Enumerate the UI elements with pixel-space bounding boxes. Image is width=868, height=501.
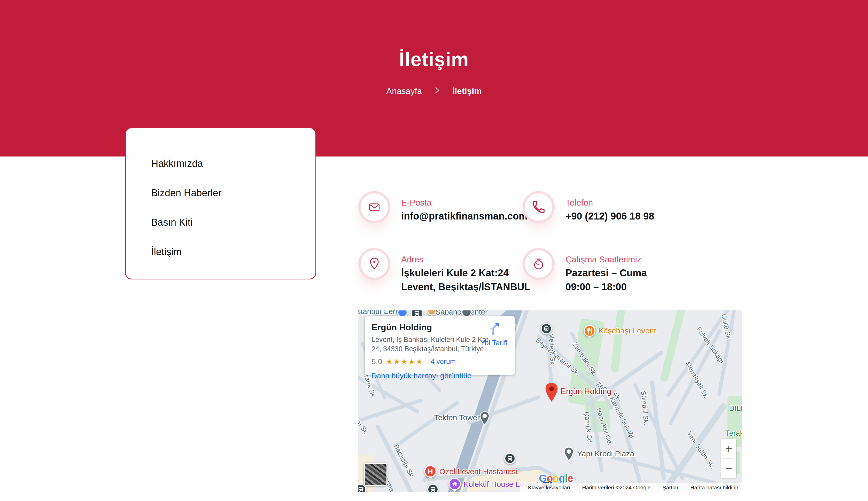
directions-button[interactable]: Yol Tarifi xyxy=(477,323,511,347)
marker-pointer xyxy=(452,489,457,492)
breadcrumb: Anasayfa İletişim xyxy=(0,86,868,96)
google-map-embed[interactable]: Meltem Sk. Beyaz Karanfil Sk. Zambaklı S… xyxy=(358,310,742,492)
keyboard-shortcuts-link[interactable]: Klavye kısayolları xyxy=(528,484,570,491)
sidebar-item-iletisim[interactable]: İletişim xyxy=(151,246,315,257)
sidebar-item-basin-kiti[interactable]: Basın Kiti xyxy=(151,217,315,228)
email-label: E-Posta xyxy=(401,198,528,207)
map-info-card: Ergün Holding Levent, İş Bankası Kuleler… xyxy=(365,316,515,375)
address-line2: Levent, Beşiktaş/İSTANBUL xyxy=(401,281,530,294)
poi-label-ozel-levent-hastanesi[interactable]: Özel Levent Hastanesi xyxy=(440,467,517,476)
contact-phone-block: Telefon +90 (212) 906 18 98 xyxy=(522,191,654,223)
poi-dot-icon[interactable] xyxy=(427,310,437,316)
marker-pointer xyxy=(428,477,433,479)
stopwatch-icon xyxy=(522,248,555,280)
hospital-icon[interactable]: H xyxy=(424,465,437,478)
poi-label-tekfen-tower[interactable]: Tekfen Tower xyxy=(434,413,477,422)
terms-link[interactable]: Şartlar xyxy=(663,484,679,491)
reviews-link[interactable]: 4 yorum xyxy=(431,358,456,366)
poi-label-terakki: Terakki xyxy=(726,429,742,437)
contact-email-block: E-Posta info@pratikfinansman.com xyxy=(358,191,528,223)
map-attribution-bar: Klavye kısayolları Harita verileri ©2024… xyxy=(520,483,742,492)
google-logo[interactable]: Google xyxy=(539,472,573,484)
mail-icon xyxy=(358,191,390,223)
map-zoom-control: + − xyxy=(721,439,736,478)
ergun-holding-pin-icon[interactable] xyxy=(544,382,559,404)
tekfen-tower-pin-icon[interactable] xyxy=(479,411,490,427)
zoom-out-button[interactable]: − xyxy=(721,459,736,478)
breadcrumb-current: İletişim xyxy=(452,86,482,96)
restaurant-icon[interactable] xyxy=(584,325,595,337)
directions-label: Yol Tarifi xyxy=(480,339,507,347)
sidebar-item-bizden-haberler[interactable]: Bizden Haberler xyxy=(151,188,315,198)
larger-map-link[interactable]: Daha büyük haritayı görüntüle xyxy=(371,372,508,380)
address-label: Adres xyxy=(401,255,530,265)
report-map-error-link[interactable]: Harita hatası bildirin xyxy=(690,484,738,491)
satellite-view-toggle[interactable] xyxy=(364,463,388,486)
breadcrumb-home-link[interactable]: Anasayfa xyxy=(386,86,422,96)
phone-label: Telefon xyxy=(565,198,654,207)
poi-label-dilek-sabanci-parki: DILEK SABANCI PARKI xyxy=(729,404,742,413)
zoom-in-button[interactable]: + xyxy=(721,439,736,458)
rating-stars: ★★★★★ xyxy=(386,357,423,366)
map-card-rating-row: 5,0 ★★★★★ 4 yorum xyxy=(371,357,508,366)
contact-hours-block: Çalışma Saatlerimiz Pazartesi – Cuma 09:… xyxy=(522,248,647,294)
phone-value[interactable]: +90 (212) 906 18 98 xyxy=(565,210,654,223)
directions-icon xyxy=(488,323,500,337)
bus-stop-icon[interactable] xyxy=(541,323,552,334)
street-label: Menekşeli Sk. xyxy=(684,360,711,401)
phone-icon xyxy=(522,191,555,223)
yapi-kredi-plaza-pin-icon[interactable] xyxy=(563,447,574,463)
contact-address-block: Adres İşkuleleri Kule 2 Kat:24 Levent, B… xyxy=(358,248,530,294)
bus-stop-icon[interactable] xyxy=(427,484,439,492)
map-park-patch xyxy=(611,310,625,373)
bus-stop-icon[interactable] xyxy=(504,453,516,464)
rating-value: 5,0 xyxy=(371,357,382,366)
poi-label-kosebasi-levent[interactable]: Köşebaşı Levent xyxy=(598,327,656,335)
street-label: Karanfil Sokağı xyxy=(608,396,636,439)
building-icon[interactable] xyxy=(448,478,461,490)
sidebar-menu-card: Hakkımızda Bizden Haberler Basın Kiti İl… xyxy=(125,127,316,279)
hours-label: Çalışma Saatlerimiz xyxy=(565,255,647,265)
hours-line1: Pazartesi – Cuma xyxy=(565,267,647,279)
map-data-text: Harita verileri ©2024 Google xyxy=(582,484,650,491)
marker-pointer xyxy=(587,336,592,339)
street-label: Sümbül Sk. xyxy=(639,391,650,426)
page-title: İletişim xyxy=(0,48,868,71)
map-pin-icon xyxy=(358,248,390,280)
poi-label-yapi-kredi-plaza[interactable]: Yapı Kredi Plaza xyxy=(577,449,634,458)
poi-label-ergun-holding[interactable]: Ergün Holding xyxy=(561,387,611,396)
chevron-right-icon xyxy=(434,86,441,96)
address-line1: İşkuleleri Kule 2 Kat:24 xyxy=(401,267,530,279)
sidebar-item-hakkimizda[interactable]: Hakkımızda xyxy=(151,158,315,169)
hours-line2: 09:00 – 18:00 xyxy=(565,281,647,294)
email-value[interactable]: info@pratikfinansman.com xyxy=(401,210,528,223)
